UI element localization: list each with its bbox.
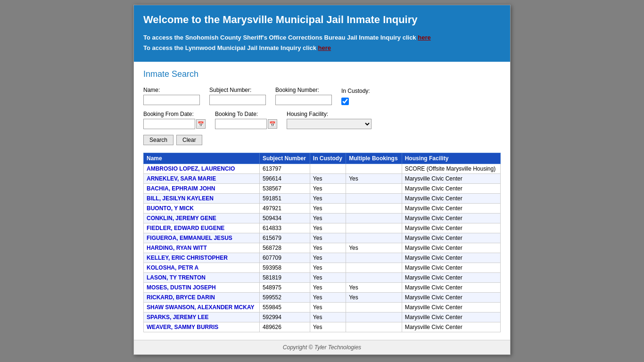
cell-name: AMBROSIO LOPEZ, LAURENCIO (144, 164, 260, 174)
lynnwood-text: To access the Lynnwood Municipal Jail In… (143, 44, 318, 51)
cell-in-custody: Yes (310, 322, 346, 332)
footer-text: Copyright © Tyler Technologies (283, 344, 361, 351)
cell-name: SPARKS, JEREMY LEE (144, 313, 260, 322)
cell-multiple-bookings: Yes (346, 174, 402, 184)
cell-housing-facility: Marysville Civic Center (402, 322, 500, 332)
cell-subject: 559845 (259, 303, 310, 313)
cell-name: RICKARD, BRYCE DARIN (144, 293, 260, 303)
table-row: WEAVER, SAMMY BURRIS489626YesMarysville … (144, 322, 501, 332)
cell-name: KOLOSHA, PETR A (144, 263, 260, 273)
subject-input[interactable] (209, 95, 266, 105)
inmate-link[interactable]: BILL, JESILYN KAYLEEN (147, 195, 214, 202)
table-row: KOLOSHA, PETR A593958YesMarysville Civic… (144, 263, 501, 273)
table-row: BILL, JESILYN KAYLEEN591851YesMarysville… (144, 194, 501, 204)
cell-subject: 568728 (259, 243, 310, 253)
snohomish-text: To access the Snohomish County Sheriff's… (143, 34, 418, 41)
inmate-link[interactable]: FIGUEROA, EMMANUEL JESUS (147, 235, 232, 241)
table-row: BUONTO, Y MICK497921YesMarysville Civic … (144, 204, 501, 214)
button-row: Search Clear (143, 135, 501, 145)
inmate-link[interactable]: FIEDLER, EDWARD EUGENE (147, 225, 224, 231)
header-links: To access the Snohomish County Sheriff's… (143, 33, 501, 53)
table-row: MOSES, DUSTIN JOSEPH548975YesYesMarysvil… (144, 283, 501, 293)
in-custody-checkbox[interactable] (341, 98, 349, 105)
booking-to-group: Booking To Date: 📅 (215, 111, 277, 129)
housing-facility-select[interactable]: Marysville Civic Center SCORE (Offsite M… (287, 119, 372, 129)
booking-from-input[interactable] (143, 119, 195, 129)
cell-in-custody: Yes (310, 253, 346, 263)
cell-name: KELLEY, ERIC CHRISTOPHER (144, 253, 260, 263)
cell-housing-facility: Marysville Civic Center (402, 194, 500, 204)
cell-housing-facility: Marysville Civic Center (402, 174, 500, 184)
table-row: AMBROSIO LOPEZ, LAURENCIO613797SCORE (Of… (144, 164, 501, 174)
cell-in-custody: Yes (310, 243, 346, 253)
inmate-link[interactable]: SHAW SWANSON, ALEXANDER MCKAY (147, 304, 254, 311)
in-custody-label: In Custody: (341, 88, 370, 94)
cell-housing-facility: Marysville Civic Center (402, 184, 500, 194)
inmate-link[interactable]: MOSES, DUSTIN JOSEPH (147, 284, 216, 291)
cell-housing-facility: Marysville Civic Center (402, 303, 500, 313)
cell-name: BILL, JESILYN KAYLEEN (144, 194, 260, 204)
cell-multiple-bookings (346, 164, 402, 174)
table-row: SHAW SWANSON, ALEXANDER MCKAY559845YesMa… (144, 303, 501, 313)
col-in-custody: In Custody (310, 153, 346, 164)
col-name: Name (144, 153, 260, 164)
booking-from-label: Booking From Date: (143, 111, 206, 117)
inmate-link[interactable]: ARNEKLEV, SARA MARIE (147, 175, 216, 182)
cell-name: CONKLIN, JEREMY GENE (144, 214, 260, 223)
cell-multiple-bookings: Yes (346, 283, 402, 293)
inmate-link[interactable]: SPARKS, JEREMY LEE (147, 314, 209, 321)
lynnwood-link[interactable]: here (318, 44, 331, 51)
cell-in-custody (310, 164, 346, 174)
housing-facility-group: Housing Facility: Marysville Civic Cente… (287, 111, 372, 129)
booking-to-calendar-icon[interactable]: 📅 (268, 119, 277, 129)
name-group: Name: (143, 87, 200, 105)
cell-subject: 581819 (259, 273, 310, 283)
inmate-link[interactable]: BUONTO, Y MICK (147, 205, 194, 212)
table-body: AMBROSIO LOPEZ, LAURENCIO613797SCORE (Of… (144, 164, 501, 332)
cell-multiple-bookings (346, 204, 402, 214)
content-area: Inmate Search Name: Subject Number: Book… (134, 62, 510, 340)
page-title: Welcome to the Marysville Municipal Jail… (143, 14, 501, 26)
inmate-link[interactable]: AMBROSIO LOPEZ, LAURENCIO (147, 165, 235, 172)
table-header-row: Name Subject Number In Custody Multiple … (144, 153, 501, 164)
cell-in-custody: Yes (310, 283, 346, 293)
inmate-link[interactable]: HARDING, RYAN WITT (147, 245, 207, 251)
table-row: HARDING, RYAN WITT568728YesYesMarysville… (144, 243, 501, 253)
booking-from-calendar-icon[interactable]: 📅 (196, 119, 206, 129)
cell-subject: 591851 (259, 194, 310, 204)
booking-group: Booking Number: (275, 87, 332, 105)
cell-multiple-bookings (346, 253, 402, 263)
inmate-link[interactable]: WEAVER, SAMMY BURRIS (147, 324, 218, 330)
cell-housing-facility: Marysville Civic Center (402, 233, 500, 243)
table-row: LASON, TY TRENTON581819YesMarysville Civ… (144, 273, 501, 283)
cell-name: SHAW SWANSON, ALEXANDER MCKAY (144, 303, 260, 313)
inmate-link[interactable]: BACHIA, EPHRAIM JOHN (147, 185, 215, 192)
cell-housing-facility: Marysville Civic Center (402, 223, 500, 233)
inmate-link[interactable]: KOLOSHA, PETR A (147, 264, 198, 271)
cell-multiple-bookings: Yes (346, 243, 402, 253)
table-row: BACHIA, EPHRAIM JOHN538567YesMarysville … (144, 184, 501, 194)
cell-in-custody: Yes (310, 263, 346, 273)
booking-input[interactable] (275, 95, 332, 105)
clear-button[interactable]: Clear (176, 135, 202, 145)
booking-to-input[interactable] (215, 119, 267, 129)
name-input[interactable] (143, 95, 200, 105)
housing-facility-label: Housing Facility: (287, 111, 372, 117)
cell-subject: 593958 (259, 263, 310, 273)
inmate-link[interactable]: CONKLIN, JEREMY GENE (147, 215, 216, 222)
snohomish-link[interactable]: here (418, 34, 430, 41)
cell-multiple-bookings (346, 194, 402, 204)
inmate-link[interactable]: LASON, TY TRENTON (147, 274, 206, 281)
cell-housing-facility: Marysville Civic Center (402, 253, 500, 263)
cell-name: ARNEKLEV, SARA MARIE (144, 174, 260, 184)
cell-multiple-bookings: Yes (346, 293, 402, 303)
inmate-link[interactable]: RICKARD, BRYCE DARIN (147, 294, 215, 301)
cell-in-custody: Yes (310, 174, 346, 184)
main-container: Welcome to the Marysville Municipal Jail… (133, 5, 511, 355)
cell-multiple-bookings (346, 322, 402, 332)
search-button[interactable]: Search (143, 135, 173, 145)
inmate-link[interactable]: KELLEY, ERIC CHRISTOPHER (147, 255, 228, 261)
table-row: RICKARD, BRYCE DARIN599552YesYesMarysvil… (144, 293, 501, 303)
cell-name: BUONTO, Y MICK (144, 204, 260, 214)
cell-housing-facility: Marysville Civic Center (402, 293, 500, 303)
